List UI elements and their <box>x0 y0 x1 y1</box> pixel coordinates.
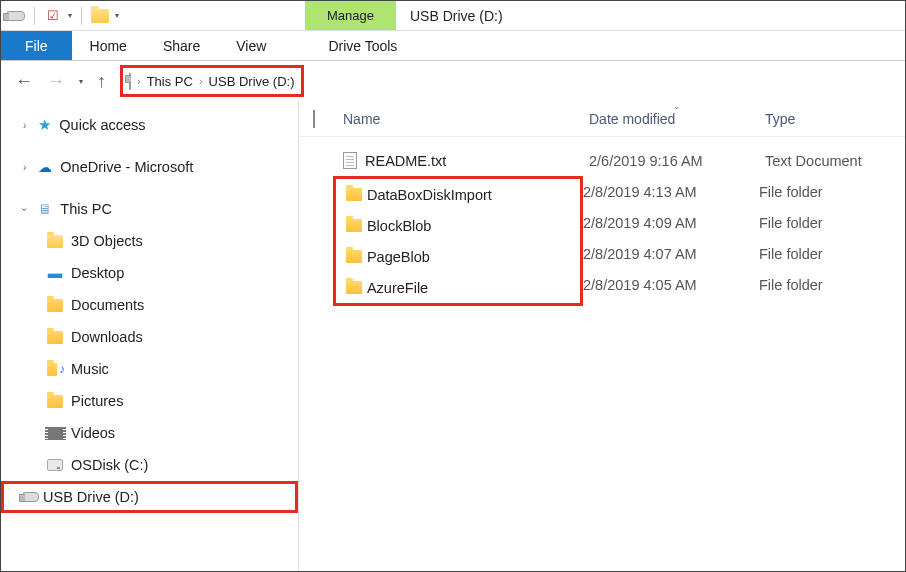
sidebar-item-desktop[interactable]: ▬ Desktop <box>1 257 298 289</box>
up-button[interactable]: ↑ <box>97 71 106 92</box>
column-headers: Name ⌄ Date modified Type <box>299 101 905 137</box>
column-header-name[interactable]: Name <box>343 111 589 127</box>
tab-home[interactable]: Home <box>72 31 145 60</box>
sidebar-item-osdisk[interactable]: OSDisk (C:) <box>1 449 298 481</box>
sidebar-item-3d-objects[interactable]: 3D Objects <box>1 225 298 257</box>
ribbon-tabs: File Home Share View Drive Tools <box>1 31 905 61</box>
sidebar-item-this-pc[interactable]: › 🖥 This PC <box>1 193 298 225</box>
file-row[interactable]: AzureFile <box>336 272 580 303</box>
sidebar-item-quick-access[interactable]: › ★ Quick access <box>1 109 298 141</box>
usb-drive-icon <box>7 7 25 25</box>
file-name: AzureFile <box>367 280 580 296</box>
sidebar-item-label: Pictures <box>71 393 123 409</box>
file-row[interactable]: DataBoxDiskImport <box>336 179 580 210</box>
sidebar-item-label: Downloads <box>71 329 143 345</box>
column-header-date[interactable]: ⌄ Date modified <box>589 111 765 127</box>
sidebar-item-pictures[interactable]: Pictures <box>1 385 298 417</box>
file-type: File folder <box>759 246 899 262</box>
window-title: USB Drive (D:) <box>396 1 517 30</box>
sidebar-item-usb-drive[interactable]: USB Drive (D:) <box>23 489 139 505</box>
chevron-down-icon[interactable]: › <box>19 207 30 210</box>
folder-icon <box>346 219 367 232</box>
forward-button[interactable]: → <box>47 71 65 92</box>
file-name: BlockBlob <box>367 218 580 234</box>
contextual-tab-group: Manage <box>305 1 396 30</box>
downloads-icon <box>47 330 63 344</box>
title-bar: ☑ ▾ ▾ Manage USB Drive (D:) <box>1 1 905 31</box>
column-header-type[interactable]: Type <box>765 111 905 127</box>
tab-view[interactable]: View <box>218 31 284 60</box>
sidebar-item-label: Documents <box>71 297 144 313</box>
pc-icon: 🖥 <box>38 201 52 217</box>
tab-file[interactable]: File <box>1 31 72 60</box>
pictures-icon <box>47 394 63 408</box>
content-pane: Name ⌄ Date modified Type README.txt 2/6… <box>299 101 905 572</box>
quick-access-toolbar: ☑ ▾ ▾ <box>1 1 125 30</box>
qat-customize-icon[interactable]: ▾ <box>115 11 119 20</box>
address-bar-highlight: › This PC › USB Drive (D:) <box>120 65 304 97</box>
tab-drive-tools[interactable]: Drive Tools <box>310 31 415 60</box>
desktop-icon: ▬ <box>47 266 63 280</box>
file-type: File folder <box>759 215 899 231</box>
sidebar-item-music[interactable]: ♪ Music <box>1 353 298 385</box>
sidebar-item-label: Desktop <box>71 265 124 281</box>
breadcrumb-this-pc[interactable]: This PC <box>147 74 193 89</box>
sidebar-item-label: This PC <box>60 201 112 217</box>
file-type: Text Document <box>765 153 905 169</box>
navigation-bar: ← → ▾ ↑ › This PC › USB Drive (D:) <box>1 61 905 101</box>
3d-objects-icon <box>47 234 63 248</box>
chevron-right-icon[interactable]: › <box>137 75 141 87</box>
chevron-right-icon[interactable]: › <box>23 162 26 173</box>
column-header-label: Date modified <box>589 111 675 127</box>
file-date: 2/8/2019 4:09 AM <box>583 215 759 231</box>
file-name: README.txt <box>365 153 589 169</box>
file-row[interactable]: PageBlob <box>336 241 580 272</box>
qat-dropdown-icon[interactable]: ▾ <box>68 11 72 20</box>
cloud-icon: ☁ <box>38 159 52 175</box>
file-date: 2/8/2019 4:07 AM <box>583 246 759 262</box>
usb-drive-icon <box>129 74 131 89</box>
breadcrumb-current[interactable]: USB Drive (D:) <box>209 74 295 89</box>
main-area: › ★ Quick access › ☁ OneDrive - Microsof… <box>1 101 905 572</box>
properties-icon[interactable]: ☑ <box>44 7 62 25</box>
sidebar-item-label: Music <box>71 361 109 377</box>
folder-rows-meta: 2/8/2019 4:13 AM File folder 2/8/2019 4:… <box>583 176 899 306</box>
file-list: README.txt 2/6/2019 9:16 AM Text Documen… <box>299 137 905 306</box>
tab-share[interactable]: Share <box>145 31 218 60</box>
qat-separator <box>81 7 82 25</box>
file-type: File folder <box>759 184 899 200</box>
usb-drive-icon <box>23 490 39 504</box>
sidebar-item-label: Videos <box>71 425 115 441</box>
folder-icon <box>346 250 367 263</box>
new-folder-icon[interactable] <box>91 7 109 25</box>
sidebar-item-downloads[interactable]: Downloads <box>1 321 298 353</box>
chevron-right-icon[interactable]: › <box>23 120 26 131</box>
star-icon: ★ <box>38 116 51 134</box>
breadcrumb[interactable]: › This PC › USB Drive (D:) <box>129 74 295 89</box>
file-row[interactable]: BlockBlob <box>336 210 580 241</box>
manage-context-label: Manage <box>305 1 396 30</box>
sidebar-item-label: OSDisk (C:) <box>71 457 148 473</box>
chevron-right-icon[interactable]: › <box>199 75 203 87</box>
text-file-icon <box>343 152 365 169</box>
navigation-pane: › ★ Quick access › ☁ OneDrive - Microsof… <box>1 101 299 572</box>
sidebar-item-documents[interactable]: Documents <box>1 289 298 321</box>
folder-icon <box>346 188 367 201</box>
sort-indicator-icon: ⌄ <box>673 101 681 111</box>
sidebar-item-videos[interactable]: Videos <box>1 417 298 449</box>
sidebar-item-onedrive[interactable]: › ☁ OneDrive - Microsoft <box>1 151 298 183</box>
sidebar-item-label: OneDrive - Microsoft <box>60 159 193 175</box>
disk-icon <box>47 458 63 472</box>
folder-icon <box>346 281 367 294</box>
file-row[interactable]: README.txt 2/6/2019 9:16 AM Text Documen… <box>299 145 905 176</box>
sidebar-item-usb-drive-highlight: USB Drive (D:) <box>1 481 298 513</box>
music-icon: ♪ <box>47 362 63 376</box>
sidebar-item-label: USB Drive (D:) <box>43 489 139 505</box>
back-button[interactable]: ← <box>15 71 33 92</box>
file-date: 2/6/2019 9:16 AM <box>589 153 765 169</box>
file-date: 2/8/2019 4:05 AM <box>583 277 759 293</box>
qat-separator <box>34 7 35 25</box>
file-type: File folder <box>759 277 899 293</box>
select-all-checkbox[interactable] <box>313 111 343 127</box>
history-dropdown-icon[interactable]: ▾ <box>79 77 83 86</box>
